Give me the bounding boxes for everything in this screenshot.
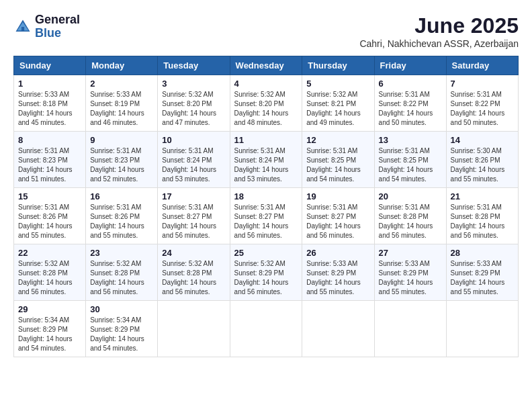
cell-info: Sunrise: 5:31 AMSunset: 8:22 PMDaylight:… <box>379 91 433 126</box>
day-number: 27 <box>379 248 442 258</box>
calendar-cell: 8 Sunrise: 5:31 AMSunset: 8:23 PMDayligh… <box>14 132 86 188</box>
cell-info: Sunrise: 5:31 AMSunset: 8:26 PMDaylight:… <box>90 203 144 239</box>
calendar-cell: 1 Sunrise: 5:33 AMSunset: 8:18 PMDayligh… <box>14 75 86 132</box>
day-number: 21 <box>451 191 514 201</box>
cell-info: Sunrise: 5:32 AMSunset: 8:28 PMDaylight:… <box>90 260 144 295</box>
day-number: 11 <box>234 135 298 145</box>
calendar-cell: 14 Sunrise: 5:30 AMSunset: 8:26 PMDaylig… <box>446 132 518 188</box>
cell-info: Sunrise: 5:31 AMSunset: 8:22 PMDaylight:… <box>451 91 505 126</box>
day-number: 14 <box>451 135 514 145</box>
calendar-cell: 15 Sunrise: 5:31 AMSunset: 8:26 PMDaylig… <box>14 188 86 244</box>
day-number: 8 <box>18 135 81 145</box>
calendar-cell: 11 Sunrise: 5:31 AMSunset: 8:24 PMDaylig… <box>230 132 302 188</box>
calendar-cell <box>302 301 374 357</box>
day-number: 30 <box>90 304 153 314</box>
cell-info: Sunrise: 5:32 AMSunset: 8:21 PMDaylight:… <box>306 91 361 126</box>
calendar-week-row: 22 Sunrise: 5:32 AMSunset: 8:28 PMDaylig… <box>14 244 519 301</box>
cell-info: Sunrise: 5:33 AMSunset: 8:29 PMDaylight:… <box>451 260 505 295</box>
cell-info: Sunrise: 5:31 AMSunset: 8:23 PMDaylight:… <box>18 147 73 183</box>
day-number: 16 <box>90 191 153 201</box>
month-title: June 2025 <box>359 13 519 38</box>
cell-info: Sunrise: 5:31 AMSunset: 8:27 PMDaylight:… <box>234 203 289 239</box>
logo: General Blue <box>13 13 80 40</box>
calendar-table: SundayMondayTuesdayWednesdayThursdayFrid… <box>13 56 519 357</box>
location: Cahri, Nakhichevan ASSR, Azerbaijan <box>359 38 519 49</box>
cell-info: Sunrise: 5:34 AMSunset: 8:29 PMDaylight:… <box>18 316 73 352</box>
day-number: 13 <box>379 135 442 145</box>
calendar-cell: 29 Sunrise: 5:34 AMSunset: 8:29 PMDaylig… <box>14 301 86 357</box>
day-number: 2 <box>90 79 153 89</box>
day-number: 19 <box>306 191 369 201</box>
cell-info: Sunrise: 5:31 AMSunset: 8:27 PMDaylight:… <box>162 203 216 239</box>
calendar-cell <box>158 301 230 357</box>
weekday-header-friday: Friday <box>374 56 446 75</box>
calendar-cell: 5 Sunrise: 5:32 AMSunset: 8:21 PMDayligh… <box>302 75 374 132</box>
cell-info: Sunrise: 5:31 AMSunset: 8:24 PMDaylight:… <box>234 147 289 183</box>
weekday-header-thursday: Thursday <box>302 56 374 75</box>
day-number: 4 <box>234 79 298 89</box>
cell-info: Sunrise: 5:31 AMSunset: 8:25 PMDaylight:… <box>306 147 361 183</box>
calendar-cell: 2 Sunrise: 5:33 AMSunset: 8:19 PMDayligh… <box>86 75 158 132</box>
calendar-cell <box>374 301 446 357</box>
cell-info: Sunrise: 5:31 AMSunset: 8:27 PMDaylight:… <box>306 203 361 239</box>
day-number: 6 <box>379 79 442 89</box>
logo-icon <box>13 17 32 36</box>
calendar-cell: 24 Sunrise: 5:32 AMSunset: 8:28 PMDaylig… <box>158 244 230 301</box>
cell-info: Sunrise: 5:31 AMSunset: 8:28 PMDaylight:… <box>451 203 505 239</box>
day-number: 7 <box>451 79 514 89</box>
calendar-cell: 4 Sunrise: 5:32 AMSunset: 8:20 PMDayligh… <box>230 75 302 132</box>
calendar-cell: 23 Sunrise: 5:32 AMSunset: 8:28 PMDaylig… <box>86 244 158 301</box>
cell-info: Sunrise: 5:32 AMSunset: 8:28 PMDaylight:… <box>18 260 73 295</box>
calendar-cell: 17 Sunrise: 5:31 AMSunset: 8:27 PMDaylig… <box>158 188 230 244</box>
day-number: 15 <box>18 191 81 201</box>
day-number: 24 <box>162 248 225 258</box>
calendar-cell: 20 Sunrise: 5:31 AMSunset: 8:28 PMDaylig… <box>374 188 446 244</box>
day-number: 10 <box>162 135 225 145</box>
day-number: 29 <box>18 304 81 314</box>
calendar-cell: 25 Sunrise: 5:32 AMSunset: 8:29 PMDaylig… <box>230 244 302 301</box>
weekday-header-saturday: Saturday <box>446 56 518 75</box>
calendar-cell: 21 Sunrise: 5:31 AMSunset: 8:28 PMDaylig… <box>446 188 518 244</box>
cell-info: Sunrise: 5:31 AMSunset: 8:25 PMDaylight:… <box>379 147 433 183</box>
weekday-header-wednesday: Wednesday <box>230 56 302 75</box>
calendar-cell: 12 Sunrise: 5:31 AMSunset: 8:25 PMDaylig… <box>302 132 374 188</box>
svg-rect-2 <box>21 27 24 32</box>
day-number: 18 <box>234 191 298 201</box>
calendar-week-row: 1 Sunrise: 5:33 AMSunset: 8:18 PMDayligh… <box>14 75 519 132</box>
weekday-header-monday: Monday <box>86 56 158 75</box>
weekday-header-sunday: Sunday <box>14 56 86 75</box>
day-number: 12 <box>306 135 369 145</box>
cell-info: Sunrise: 5:33 AMSunset: 8:29 PMDaylight:… <box>306 260 361 295</box>
cell-info: Sunrise: 5:30 AMSunset: 8:26 PMDaylight:… <box>451 147 505 183</box>
day-number: 28 <box>451 248 514 258</box>
title-block: June 2025 Cahri, Nakhichevan ASSR, Azerb… <box>359 13 519 49</box>
calendar-week-row: 29 Sunrise: 5:34 AMSunset: 8:29 PMDaylig… <box>14 301 519 357</box>
day-number: 9 <box>90 135 153 145</box>
calendar-cell: 3 Sunrise: 5:32 AMSunset: 8:20 PMDayligh… <box>158 75 230 132</box>
logo-line2: Blue <box>35 27 80 40</box>
cell-info: Sunrise: 5:32 AMSunset: 8:28 PMDaylight:… <box>162 260 216 295</box>
day-number: 25 <box>234 248 298 258</box>
calendar-cell: 9 Sunrise: 5:31 AMSunset: 8:23 PMDayligh… <box>86 132 158 188</box>
day-number: 17 <box>162 191 225 201</box>
day-number: 20 <box>379 191 442 201</box>
cell-info: Sunrise: 5:34 AMSunset: 8:29 PMDaylight:… <box>90 316 144 352</box>
page-header: General Blue June 2025 Cahri, Nakhicheva… <box>13 13 519 49</box>
cell-info: Sunrise: 5:32 AMSunset: 8:20 PMDaylight:… <box>162 91 216 126</box>
weekday-header-row: SundayMondayTuesdayWednesdayThursdayFrid… <box>14 56 519 75</box>
cell-info: Sunrise: 5:32 AMSunset: 8:20 PMDaylight:… <box>234 91 289 126</box>
day-number: 23 <box>90 248 153 258</box>
cell-info: Sunrise: 5:33 AMSunset: 8:19 PMDaylight:… <box>90 91 144 126</box>
calendar-cell: 13 Sunrise: 5:31 AMSunset: 8:25 PMDaylig… <box>374 132 446 188</box>
cell-info: Sunrise: 5:32 AMSunset: 8:29 PMDaylight:… <box>234 260 289 295</box>
day-number: 22 <box>18 248 81 258</box>
cell-info: Sunrise: 5:31 AMSunset: 8:23 PMDaylight:… <box>90 147 144 183</box>
cell-info: Sunrise: 5:31 AMSunset: 8:26 PMDaylight:… <box>18 203 73 239</box>
cell-info: Sunrise: 5:31 AMSunset: 8:28 PMDaylight:… <box>379 203 433 239</box>
day-number: 3 <box>162 79 225 89</box>
calendar-cell: 16 Sunrise: 5:31 AMSunset: 8:26 PMDaylig… <box>86 188 158 244</box>
calendar-cell: 22 Sunrise: 5:32 AMSunset: 8:28 PMDaylig… <box>14 244 86 301</box>
calendar-cell: 30 Sunrise: 5:34 AMSunset: 8:29 PMDaylig… <box>86 301 158 357</box>
calendar-cell: 10 Sunrise: 5:31 AMSunset: 8:24 PMDaylig… <box>158 132 230 188</box>
day-number: 26 <box>306 248 369 258</box>
